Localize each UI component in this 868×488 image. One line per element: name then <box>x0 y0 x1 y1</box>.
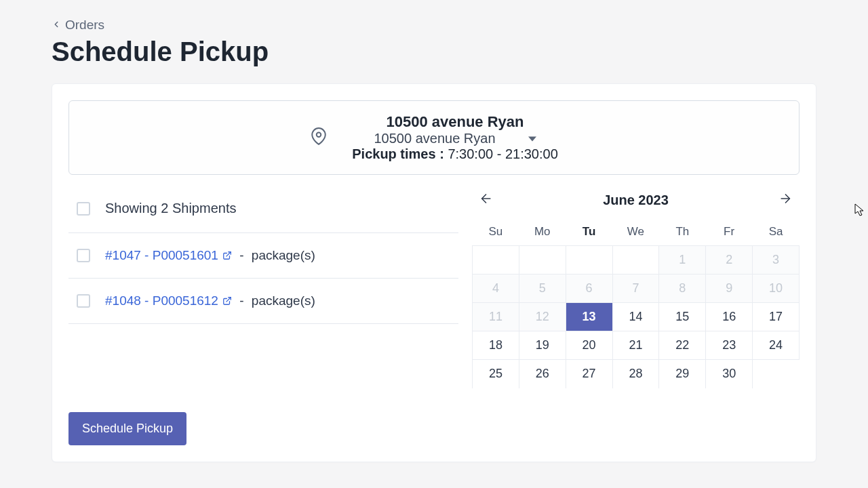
shipment-link-text: #1047 - P00051601 <box>105 248 218 263</box>
calendar-day[interactable]: 13 <box>566 303 612 331</box>
arrow-left-icon <box>479 191 494 206</box>
calendar-day[interactable]: 14 <box>612 303 659 331</box>
address-street: 10500 avenue Ryan <box>374 131 495 146</box>
calendar-day[interactable]: 16 <box>706 303 753 331</box>
calendar-day: 6 <box>566 274 612 303</box>
calendar-day-header: We <box>612 218 659 246</box>
calendar-empty-cell <box>566 246 612 274</box>
address-dropdown[interactable]: 10500 avenue Ryan <box>374 131 536 146</box>
calendar-day: 4 <box>473 274 519 303</box>
breadcrumb-label: Orders <box>65 18 104 33</box>
calendar-day: 2 <box>706 246 753 274</box>
calendar-empty-cell <box>473 246 519 274</box>
calendar-empty-cell <box>519 246 566 274</box>
calendar-month-label: June 2023 <box>603 192 669 208</box>
calendar-day[interactable]: 29 <box>659 360 706 388</box>
calendar-next-month[interactable] <box>774 187 797 213</box>
shipment-link-text: #1048 - P00051612 <box>105 293 218 308</box>
breadcrumb-orders[interactable]: Orders <box>52 18 104 33</box>
calendar-day: 11 <box>473 303 519 331</box>
calendar-day[interactable]: 22 <box>659 331 706 360</box>
shipment-checkbox[interactable] <box>77 294 90 308</box>
address-selector[interactable]: 10500 avenue Ryan 10500 avenue Ryan Pick… <box>68 100 800 175</box>
shipment-checkbox[interactable] <box>77 249 90 262</box>
address-name: 10500 avenue Ryan <box>352 113 558 131</box>
calendar-day: 3 <box>753 246 800 274</box>
schedule-pickup-button[interactable]: Schedule Pickup <box>68 412 186 445</box>
calendar-day-header: Sa <box>753 218 800 246</box>
calendar-day: 10 <box>753 274 800 303</box>
calendar-empty-cell <box>753 360 800 388</box>
calendar-day-header: Tu <box>566 218 612 246</box>
select-all-checkbox[interactable] <box>77 202 90 216</box>
chevron-left-icon <box>52 18 61 33</box>
calendar-day: 1 <box>659 246 706 274</box>
shipments-header: Showing 2 Shipments <box>68 187 458 233</box>
caret-down-icon <box>528 131 536 146</box>
svg-line-1 <box>226 252 231 256</box>
calendar-day-header: Mo <box>519 218 566 246</box>
calendar-day[interactable]: 25 <box>473 360 519 388</box>
calendar-day: 8 <box>659 274 706 303</box>
shipment-row: #1047 - P00051601 - package(s) <box>68 233 458 279</box>
svg-point-0 <box>317 133 321 138</box>
calendar-day[interactable]: 18 <box>473 331 519 360</box>
calendar-day: 5 <box>519 274 566 303</box>
map-pin-icon <box>310 127 328 148</box>
calendar-day-header: Su <box>473 218 519 246</box>
svg-line-2 <box>226 298 231 302</box>
calendar-empty-cell <box>612 246 659 274</box>
external-link-icon <box>222 251 232 260</box>
shipment-packages: package(s) <box>252 293 315 308</box>
calendar-day[interactable]: 15 <box>659 303 706 331</box>
calendar-prev-month[interactable] <box>475 187 498 213</box>
calendar-day[interactable]: 30 <box>706 360 753 388</box>
main-card: 10500 avenue Ryan 10500 avenue Ryan Pick… <box>52 83 816 462</box>
shipments-count: Showing 2 Shipments <box>105 201 236 216</box>
pickup-times-value: 7:30:00 - 21:30:00 <box>448 146 557 161</box>
calendar-day[interactable]: 24 <box>753 331 800 360</box>
calendar-day[interactable]: 20 <box>566 331 612 360</box>
shipment-row: #1048 - P00051612 - package(s) <box>68 279 458 324</box>
shipment-packages: package(s) <box>252 248 315 262</box>
calendar-day[interactable]: 19 <box>519 331 566 360</box>
calendar-day[interactable]: 27 <box>566 360 612 388</box>
calendar-day[interactable]: 28 <box>612 360 659 388</box>
calendar-day[interactable]: 23 <box>706 331 753 360</box>
shipment-link[interactable]: #1047 - P00051601 <box>105 248 232 263</box>
calendar-day: 7 <box>612 274 659 303</box>
calendar: SuMoTuWeThFrSa 1234567891011121314151617… <box>472 218 800 388</box>
calendar-day[interactable]: 17 <box>753 303 800 331</box>
arrow-right-icon <box>778 191 793 206</box>
external-link-icon <box>222 296 232 306</box>
calendar-day: 12 <box>519 303 566 331</box>
shipment-link[interactable]: #1048 - P00051612 <box>105 293 232 308</box>
calendar-day[interactable]: 21 <box>612 331 659 360</box>
shipment-sep: - <box>239 293 243 308</box>
shipment-sep: - <box>239 248 243 262</box>
calendar-day[interactable]: 26 <box>519 360 566 388</box>
calendar-day-header: Fr <box>706 218 753 246</box>
pickup-times-label: Pickup times : <box>352 146 444 161</box>
calendar-day: 9 <box>706 274 753 303</box>
pickup-times: Pickup times : 7:30:00 - 21:30:00 <box>352 146 558 162</box>
calendar-day-header: Th <box>659 218 706 246</box>
page-title: Schedule Pickup <box>52 37 816 67</box>
